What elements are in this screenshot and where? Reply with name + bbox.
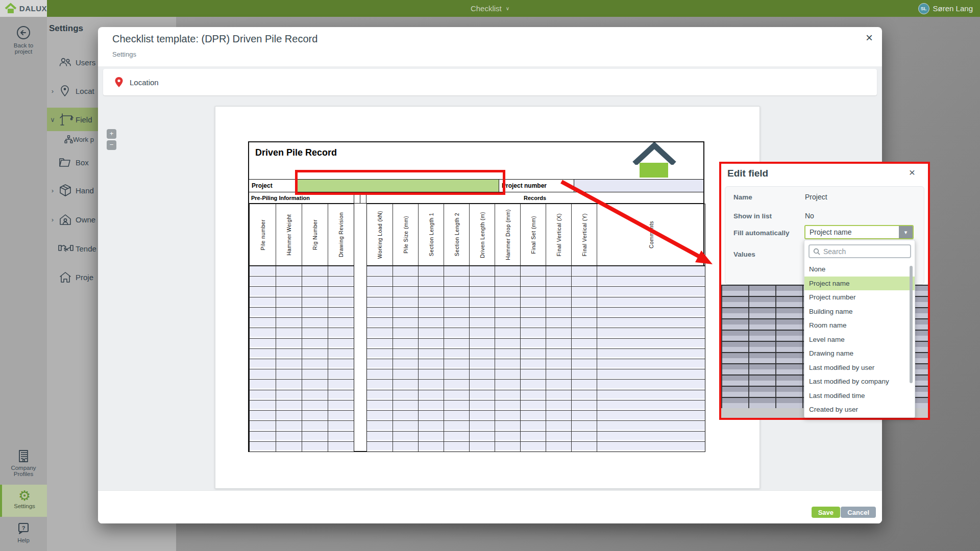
location-icon	[58, 84, 76, 97]
back-label-2: project	[0, 48, 47, 55]
name-label: Name	[733, 193, 752, 201]
dropdown-search-box[interactable]	[808, 244, 911, 258]
column-header: Pile number	[250, 204, 276, 265]
location-pin-icon	[114, 77, 124, 88]
building-icon	[16, 449, 31, 463]
company-profiles-button[interactable]: Company Profiles	[0, 449, 47, 477]
dalux-house-icon	[4, 3, 17, 15]
fill-automatically-label: Fill automatically	[733, 229, 790, 237]
cancel-button[interactable]: Cancel	[841, 507, 876, 518]
search-icon	[813, 248, 820, 255]
modal-close-button[interactable]: ×	[863, 31, 876, 44]
edit-field-dialog: Edit field × Name Project Show in list N…	[719, 162, 930, 420]
back-label: Back to	[0, 42, 47, 48]
column-header: Hammer Weight	[276, 204, 302, 265]
app-switcher-label: Checklist	[471, 4, 502, 13]
modal-title: Checklist template: (DPR) Driven Pile Re…	[112, 33, 317, 45]
chevron-right-icon: ›	[47, 187, 58, 194]
help-label: Help	[0, 537, 47, 543]
annotation-rectangle	[295, 170, 505, 195]
option-building-name[interactable]: Building name	[804, 305, 915, 319]
data-rows	[250, 266, 354, 452]
top-bar: DALUX Checklist ∨ SL Søren Lang	[0, 0, 980, 17]
column-header: Section Length 1	[418, 204, 444, 265]
nav-label: Owne	[76, 215, 95, 224]
back-arrow-icon	[15, 24, 32, 41]
folder-icon	[58, 156, 76, 169]
dalux-logo[interactable]: DALUX	[0, 0, 47, 17]
zoom-out-button[interactable]: −	[107, 140, 116, 150]
column-header: Rig Number	[302, 204, 328, 265]
search-input[interactable]	[823, 247, 900, 256]
chevron-right-icon: ›	[47, 87, 58, 95]
option-none[interactable]: None	[804, 262, 915, 277]
template-preview-page: Driven Pile Record Project Project numbe…	[215, 106, 760, 489]
sheet-title: Driven Pile Record	[255, 147, 337, 158]
chevron-down-icon: ∨	[47, 116, 58, 123]
column-header: Hammer Drop (mm)	[495, 204, 520, 265]
sidebar-item-settings[interactable]: ⚙ Settings	[0, 485, 47, 517]
project-number-value-cell[interactable]	[574, 180, 703, 192]
show-in-list-label: Show in list	[733, 212, 772, 220]
users-icon	[58, 56, 76, 69]
location-label: Location	[130, 78, 159, 87]
option-project-number[interactable]: Project number	[804, 290, 915, 305]
svg-text:?: ?	[22, 525, 26, 531]
option-created-by-user[interactable]: Created by user	[804, 403, 915, 417]
triangle-down-icon: ▾	[904, 229, 908, 236]
column-header: Comments	[597, 204, 705, 265]
column-header: Final Set (mm)	[520, 204, 546, 265]
back-to-project-button[interactable]: Back to project	[0, 24, 47, 55]
option-last-modified-by-user[interactable]: Last modified by user	[804, 361, 915, 375]
dropdown-scrollbar[interactable]	[910, 266, 913, 383]
save-button[interactable]: Save	[812, 507, 840, 518]
gear-icon: ⚙	[2, 489, 47, 503]
zoom-in-button[interactable]: +	[107, 129, 116, 139]
chevron-down-icon: ∨	[506, 6, 509, 11]
column-header: Driven Length (m)	[469, 204, 495, 265]
name-value: Project	[805, 193, 827, 201]
nav-label: Tende	[76, 244, 96, 253]
nav-label: Locat	[76, 87, 94, 95]
column-header: Working Load (kN)	[367, 204, 393, 265]
column-header: Final Vertical (X)	[546, 204, 571, 265]
screen: DALUX Checklist ∨ SL Søren Lang Back to …	[0, 0, 980, 551]
data-rows	[367, 266, 705, 452]
company-label: Company	[0, 465, 47, 471]
option-project-name[interactable]: Project name	[804, 277, 915, 291]
project-label-cell: Project	[249, 180, 296, 192]
option-room-name[interactable]: Room name	[804, 318, 915, 333]
user-menu[interactable]: SL Søren Lang	[918, 0, 973, 17]
fill-automatically-select[interactable]: Project name ▾	[804, 225, 914, 239]
nav-label: Proje	[76, 273, 93, 282]
show-in-list-value: No	[805, 212, 814, 220]
app-switcher[interactable]: Checklist ∨	[439, 0, 541, 17]
option-drawing-name[interactable]: Drawing name	[804, 346, 915, 361]
sheet-logo-roof-icon	[632, 142, 677, 165]
pre-piling-block: Pile number Hammer Weight Rig Number Dra…	[249, 204, 354, 452]
nav-label: Box	[76, 158, 89, 167]
settings-label: Settings	[2, 503, 47, 509]
column-header: Section Length 2	[444, 204, 469, 265]
fill-automatically-dropdown: None Project name Project number Buildin…	[804, 240, 915, 418]
edit-field-close-button[interactable]: ×	[906, 166, 918, 179]
avatar: SL	[918, 3, 929, 14]
handover-icon	[58, 183, 76, 197]
user-name: Søren Lang	[933, 4, 973, 13]
option-level-name[interactable]: Level name	[804, 333, 915, 347]
option-last-modified-time[interactable]: Last modified time	[804, 389, 915, 403]
location-field[interactable]: Location	[103, 69, 877, 95]
help-button[interactable]: ? Help	[0, 521, 47, 543]
modal-footer: Save Cancel	[98, 490, 882, 523]
sheet-grid: Pile number Hammer Weight Rig Number Dra…	[249, 204, 703, 451]
company-label-2: Profiles	[0, 471, 47, 477]
values-label: Values	[733, 251, 755, 258]
chevron-right-icon: ›	[47, 216, 58, 223]
select-dropdown-button[interactable]: ▾	[899, 226, 913, 238]
nav-heading: Settings	[49, 23, 83, 34]
option-last-modified-by-company[interactable]: Last modified by company	[804, 374, 915, 389]
projects-house-icon	[58, 270, 76, 284]
help-icon: ?	[16, 521, 31, 536]
work-packages-icon	[58, 135, 73, 144]
dropdown-option-list: None Project name Project number Buildin…	[804, 262, 915, 417]
